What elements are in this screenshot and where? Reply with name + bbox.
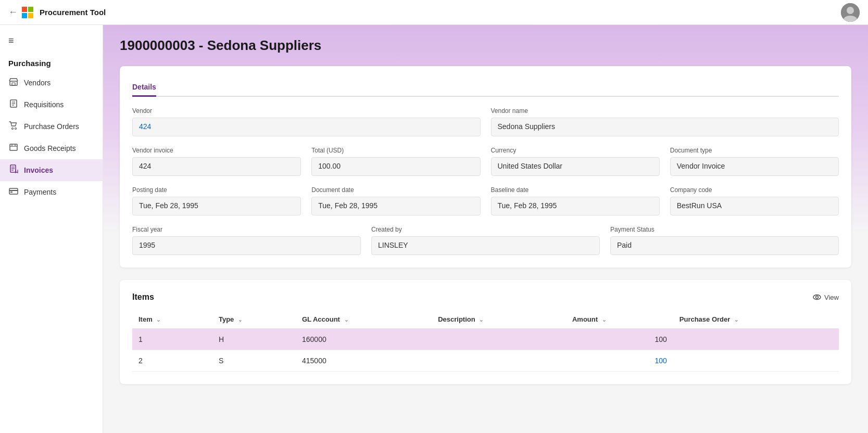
form-row-vendor: Vendor 424 Vendor name Sedona Suppliers xyxy=(132,107,839,136)
currency-label: Currency xyxy=(491,147,660,154)
svg-point-10 xyxy=(15,128,17,130)
sidebar-item-vendors[interactable]: Vendors xyxy=(0,72,103,94)
col-purchase-order[interactable]: Purchase Order ⌄ xyxy=(673,310,839,329)
table-row[interactable]: 2 S 415000 100 xyxy=(132,350,839,372)
form-row-dates: Posting date Tue, Feb 28, 1995 Document … xyxy=(132,186,839,215)
details-form: Vendor 424 Vendor name Sedona Suppliers … xyxy=(132,107,839,255)
requisitions-icon xyxy=(8,99,19,110)
document-type-field: Document type Vendor Invoice xyxy=(670,147,839,176)
document-type-label: Document type xyxy=(670,147,839,154)
table-row[interactable]: 1 H 160000 100 xyxy=(132,329,839,350)
eye-icon xyxy=(813,293,821,301)
item-cell: 2 xyxy=(132,350,212,372)
invoices-icon xyxy=(8,164,19,176)
amount-cell[interactable]: 100 xyxy=(566,350,673,372)
avatar[interactable] xyxy=(841,3,860,22)
purchase-orders-icon xyxy=(8,121,19,132)
payment-status-label: Payment Status xyxy=(610,226,839,233)
purchase-order-cell xyxy=(673,329,839,350)
svg-rect-19 xyxy=(9,188,18,194)
content-area: 1900000003 - Sedona Suppliers Details Ve… xyxy=(103,25,868,433)
vendor-invoice-value: 424 xyxy=(132,157,301,176)
tab-details[interactable]: Details xyxy=(132,79,156,97)
posting-date-label: Posting date xyxy=(132,186,301,194)
tab-bar: Details xyxy=(132,79,839,97)
col-item[interactable]: Item ⌄ xyxy=(132,310,212,329)
vendor-field: Vendor 424 xyxy=(132,107,481,136)
view-label: View xyxy=(824,294,839,301)
item-cell: 1 xyxy=(132,329,212,350)
menu-icon[interactable]: ≡ xyxy=(0,29,103,53)
baseline-date-field: Baseline date Tue, Feb 28, 1995 xyxy=(491,186,660,215)
vendor-value[interactable]: 424 xyxy=(132,118,481,136)
sidebar-item-payments-label: Payments xyxy=(24,188,56,196)
gl-account-cell: 160000 xyxy=(296,329,432,350)
currency-field: Currency United States Dollar xyxy=(491,147,660,176)
svg-point-9 xyxy=(12,128,14,130)
company-code-field: Company code BestRun USA xyxy=(670,186,839,215)
fiscal-year-label: Fiscal year xyxy=(132,226,361,233)
total-field: Total (USD) 100.00 xyxy=(311,147,480,176)
created-by-field: Created by LINSLEY xyxy=(371,226,600,255)
type-cell: S xyxy=(212,350,296,372)
posting-date-value: Tue, Feb 28, 1995 xyxy=(132,197,301,215)
sidebar-item-vendors-label: Vendors xyxy=(24,79,51,87)
col-gl-account[interactable]: GL Account ⌄ xyxy=(296,310,432,329)
currency-value: United States Dollar xyxy=(491,157,660,176)
table-header-row: Item ⌄ Type ⌄ GL Account ⌄ Description xyxy=(132,310,839,329)
sidebar-item-goods-receipts-label: Goods Receipts xyxy=(24,144,76,152)
sidebar-item-goods-receipts[interactable]: Goods Receipts xyxy=(0,137,103,159)
svg-point-23 xyxy=(816,296,819,299)
total-label: Total (USD) xyxy=(311,147,480,154)
document-type-value: Vendor Invoice xyxy=(670,157,839,176)
sidebar-section-title: Purchasing xyxy=(0,53,103,72)
sidebar-item-purchase-orders-label: Purchase Orders xyxy=(24,122,79,131)
purchase-order-cell xyxy=(673,350,839,372)
document-date-label: Document date xyxy=(311,186,480,194)
document-date-field: Document date Tue, Feb 28, 1995 xyxy=(311,186,480,215)
vendor-invoice-label: Vendor invoice xyxy=(132,147,301,154)
col-type[interactable]: Type ⌄ xyxy=(212,310,296,329)
topbar: ← Procurement Tool xyxy=(0,0,868,25)
svg-point-1 xyxy=(847,7,854,14)
sidebar: ≡ Purchasing Vendors Requisitions Purcha… xyxy=(0,25,103,433)
company-code-value: BestRun USA xyxy=(670,197,839,215)
items-section-title: Items xyxy=(132,292,154,302)
description-cell xyxy=(432,350,566,372)
description-cell xyxy=(432,329,566,350)
details-card: Details Vendor 424 Vendor name Sedona Su… xyxy=(120,66,851,268)
items-table: Item ⌄ Type ⌄ GL Account ⌄ Description xyxy=(132,310,839,372)
vendor-name-value: Sedona Suppliers xyxy=(491,118,839,136)
company-code-label: Company code xyxy=(670,186,839,194)
col-amount[interactable]: Amount ⌄ xyxy=(566,310,673,329)
vendors-icon xyxy=(8,77,19,88)
sidebar-item-invoices-label: Invoices xyxy=(24,166,53,174)
back-button[interactable]: ← xyxy=(8,7,18,18)
baseline-date-value: Tue, Feb 28, 1995 xyxy=(491,197,660,215)
sidebar-item-requisitions-label: Requisitions xyxy=(24,100,64,109)
fiscal-year-value: 1995 xyxy=(132,236,361,255)
svg-rect-11 xyxy=(10,144,17,150)
vendor-label: Vendor xyxy=(132,107,481,114)
view-button[interactable]: View xyxy=(813,293,839,301)
sidebar-item-invoices[interactable]: Invoices xyxy=(0,159,103,181)
vendor-name-label: Vendor name xyxy=(491,107,839,114)
sidebar-item-payments[interactable]: Payments xyxy=(0,181,103,203)
payment-status-field: Payment Status Paid xyxy=(610,226,839,255)
vendor-name-field: Vendor name Sedona Suppliers xyxy=(491,107,839,136)
goods-receipts-icon xyxy=(8,143,19,154)
type-cell: H xyxy=(212,329,296,350)
baseline-date-label: Baseline date xyxy=(491,186,660,194)
fiscal-year-field: Fiscal year 1995 xyxy=(132,226,361,255)
vendor-invoice-field: Vendor invoice 424 xyxy=(132,147,301,176)
col-description[interactable]: Description ⌄ xyxy=(432,310,566,329)
created-by-label: Created by xyxy=(371,226,600,233)
sidebar-item-purchase-orders[interactable]: Purchase Orders xyxy=(0,116,103,137)
items-section-header: Items View xyxy=(132,292,839,302)
form-row-invoice-details: Vendor invoice 424 Total (USD) 100.00 Cu… xyxy=(132,147,839,176)
sidebar-item-requisitions[interactable]: Requisitions xyxy=(0,94,103,116)
payment-status-value: Paid xyxy=(610,236,839,255)
main-layout: ≡ Purchasing Vendors Requisitions Purcha… xyxy=(0,25,868,433)
svg-rect-21 xyxy=(10,192,12,193)
items-card: Items View Item ⌄ xyxy=(120,280,851,384)
